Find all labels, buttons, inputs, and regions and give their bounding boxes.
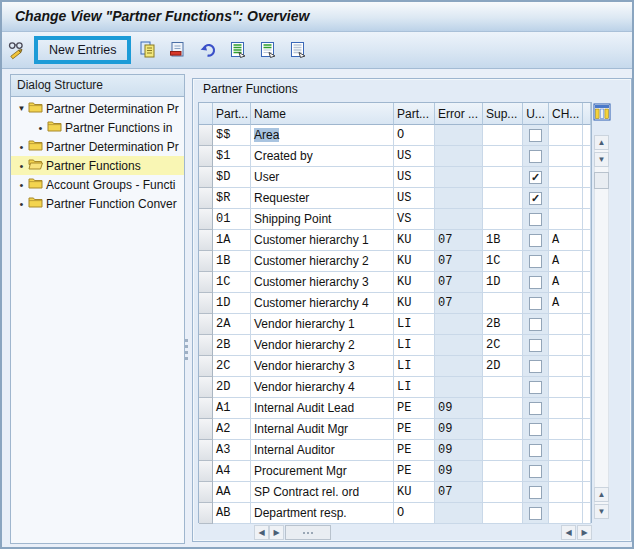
cell-error-group[interactable] [435,125,483,146]
cell-name[interactable]: Customer hierarchy 3 [251,272,394,293]
cell-ch[interactable] [549,335,583,356]
row-selector[interactable] [199,314,213,335]
cell-ch[interactable] [549,356,583,377]
row-selector[interactable] [199,503,213,524]
unique-checkbox[interactable] [529,255,542,268]
cell-partner-type[interactable]: KU [394,482,435,503]
row-selector[interactable] [199,188,213,209]
cell-partner-function[interactable]: 1B [213,251,251,272]
cell-ch[interactable] [549,398,583,419]
cell-ch[interactable]: A [549,251,583,272]
cell-partner-function[interactable]: $$ [213,125,251,146]
cell-partner-function[interactable]: 01 [213,209,251,230]
cell-error-group[interactable]: 09 [435,461,483,482]
cell-partner-function[interactable]: A2 [213,419,251,440]
deselect-all-icon[interactable] [286,38,310,62]
row-selector[interactable] [199,461,213,482]
scroll-up-icon[interactable]: ▲ [594,135,609,150]
cell-error-group[interactable]: 09 [435,419,483,440]
row-selector[interactable] [199,398,213,419]
unique-checkbox[interactable] [529,444,542,457]
vertical-scroll-track[interactable] [594,135,609,517]
cell-name[interactable]: Procurement Mgr [251,461,394,482]
cell-partner-type[interactable]: KU [394,272,435,293]
scroll-right-right-pane-icon[interactable]: ▶ [577,525,592,540]
row-selector[interactable] [199,356,213,377]
cell-name[interactable]: Created by [251,146,394,167]
cell-name[interactable]: Customer hierarchy 2 [251,251,394,272]
column-header-partner[interactable]: Part... [213,103,251,125]
cell-name[interactable]: User [251,167,394,188]
cell-superior-function[interactable] [483,188,523,209]
cell-partner-function[interactable]: A4 [213,461,251,482]
cell-error-group[interactable]: 09 [435,440,483,461]
cell-error-group[interactable]: 07 [435,251,483,272]
cell-error-group[interactable] [435,146,483,167]
scroll-left-right-pane-icon[interactable]: ◀ [561,525,576,540]
cell-superior-function[interactable] [483,293,523,314]
unique-checkbox[interactable] [529,276,542,289]
cell-name[interactable]: Internal Auditor [251,440,394,461]
cell-error-group[interactable] [435,356,483,377]
cell-partner-type[interactable]: KU [394,251,435,272]
row-selector[interactable] [199,293,213,314]
cell-partner-type[interactable]: PE [394,461,435,482]
cell-error-group[interactable] [435,503,483,524]
scroll-down-icon[interactable]: ▼ [594,152,609,167]
cell-name[interactable]: Shipping Point [251,209,394,230]
row-selector[interactable] [199,125,213,146]
cell-error-group[interactable] [435,209,483,230]
unique-checkbox[interactable] [529,150,542,163]
tree-item[interactable]: • Partner Functions in [11,118,184,137]
unique-checkbox[interactable] [529,381,542,394]
tree-item[interactable]: ▼ Partner Determination Pr [11,99,184,118]
cell-partner-type[interactable]: PE [394,398,435,419]
unique-checkbox[interactable] [529,423,542,436]
row-selector[interactable] [199,440,213,461]
cell-superior-function[interactable]: 2C [483,335,523,356]
unique-checkbox[interactable] [529,486,542,499]
cell-ch[interactable]: A [549,230,583,251]
delete-icon[interactable] [166,38,190,62]
horizontal-scroll-thumb[interactable] [285,525,331,540]
tree-item[interactable]: • Partner Functions [11,156,184,175]
cell-superior-function[interactable]: 2D [483,356,523,377]
cell-superior-function[interactable] [483,461,523,482]
unique-checkbox[interactable] [529,297,542,310]
cell-superior-function[interactable]: 1D [483,272,523,293]
cell-partner-function[interactable]: 1C [213,272,251,293]
cell-name[interactable]: Requester [251,188,394,209]
cell-partner-type[interactable]: O [394,125,435,146]
cell-ch[interactable] [549,167,583,188]
new-entries-button[interactable]: New Entries [38,40,127,60]
undo-icon[interactable] [196,38,220,62]
unique-checkbox[interactable] [529,318,542,331]
cell-name[interactable]: Department resp. [251,503,394,524]
cell-ch[interactable] [549,503,583,524]
cell-partner-type[interactable]: O [394,503,435,524]
cell-superior-function[interactable] [483,146,523,167]
cell-superior-function[interactable] [483,125,523,146]
vertical-scroll-thumb[interactable] [594,172,609,189]
unique-checkbox[interactable] [529,465,542,478]
cell-partner-type[interactable]: US [394,167,435,188]
cell-partner-function[interactable]: AA [213,482,251,503]
cell-superior-function[interactable] [483,377,523,398]
row-selector[interactable] [199,230,213,251]
header-row-selector[interactable] [199,103,213,125]
cell-partner-type[interactable]: US [394,146,435,167]
cell-partner-function[interactable]: 2D [213,377,251,398]
row-selector[interactable] [199,272,213,293]
cell-error-group[interactable] [435,335,483,356]
row-selector[interactable] [199,419,213,440]
cell-ch[interactable] [549,440,583,461]
cell-partner-function[interactable]: $D [213,167,251,188]
cell-partner-type[interactable]: LI [394,335,435,356]
cell-superior-function[interactable] [483,209,523,230]
cell-name[interactable]: Internal Audit Mgr [251,419,394,440]
cell-partner-type[interactable]: KU [394,293,435,314]
cell-partner-function[interactable]: 2C [213,356,251,377]
cell-ch[interactable] [549,314,583,335]
cell-partner-function[interactable]: 2B [213,335,251,356]
row-selector[interactable] [199,146,213,167]
